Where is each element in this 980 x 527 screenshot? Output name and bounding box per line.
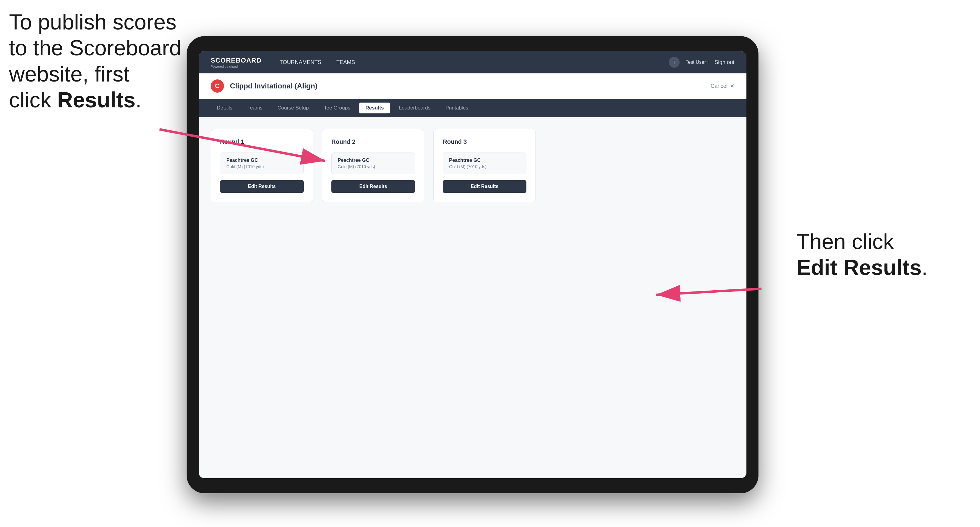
tab-teams[interactable]: Teams	[242, 103, 269, 113]
tablet-frame: SCOREBOARD Powered by clippd TOURNAMENTS…	[187, 36, 759, 493]
tab-printables[interactable]: Printables	[439, 103, 474, 113]
cancel-label: Cancel	[711, 83, 727, 89]
course-details-1: Gold (M) (7010 yds)	[226, 164, 298, 169]
tab-tee-groups[interactable]: Tee Groups	[318, 103, 356, 113]
course-card-2: Peachtree GC Gold (M) (7010 yds)	[331, 152, 415, 174]
annotation-left-line3: website, first	[9, 62, 129, 86]
tournament-icon: C	[211, 79, 224, 93]
cancel-button[interactable]: Cancel ✕	[711, 83, 734, 89]
round-title-3: Round 3	[443, 138, 527, 145]
logo-text: SCOREBOARD	[211, 57, 262, 64]
top-nav: SCOREBOARD Powered by clippd TOURNAMENTS…	[199, 51, 746, 73]
annotation-left-line2: to the Scoreboard	[9, 36, 181, 60]
user-text: Test User |	[686, 60, 708, 65]
logo-area: SCOREBOARD Powered by clippd	[211, 57, 262, 68]
annotation-right: Then click Edit Results.	[796, 229, 971, 281]
annotation-left-suffix: .	[135, 88, 142, 112]
rounds-grid: Round 1 Peachtree GC Gold (M) (7010 yds)…	[211, 129, 734, 202]
tab-details[interactable]: Details	[211, 103, 239, 113]
main-content: Round 1 Peachtree GC Gold (M) (7010 yds)…	[199, 117, 746, 478]
round-title-2: Round 2	[331, 138, 415, 145]
annotation-left-line1: To publish scores	[9, 10, 177, 34]
annotation-right-suffix: .	[922, 256, 928, 279]
nav-tournaments[interactable]: TOURNAMENTS	[280, 59, 321, 65]
annotation-left-prefix: click	[9, 88, 57, 112]
round-card-2: Round 2 Peachtree GC Gold (M) (7010 yds)…	[322, 129, 425, 202]
logo-sub: Powered by clippd	[211, 65, 262, 68]
annotation-left: To publish scores to the Scoreboard webs…	[9, 9, 184, 113]
course-card-3: Peachtree GC Gold (M) (7010 yds)	[443, 152, 527, 174]
round-card-3: Round 3 Peachtree GC Gold (M) (7010 yds)…	[433, 129, 536, 202]
tab-results[interactable]: Results	[360, 103, 390, 113]
course-name-1: Peachtree GC	[226, 158, 298, 163]
tab-leaderboards[interactable]: Leaderboards	[393, 103, 436, 113]
course-card-1: Peachtree GC Gold (M) (7010 yds)	[220, 152, 304, 174]
nav-links: TOURNAMENTS TEAMS	[280, 59, 669, 65]
edit-results-button-3[interactable]: Edit Results	[443, 180, 527, 193]
course-name-2: Peachtree GC	[338, 158, 409, 163]
tab-course-setup[interactable]: Course Setup	[272, 103, 315, 113]
tournament-header: C Clippd Invitational (Align) Cancel ✕	[199, 73, 746, 99]
sign-out-link[interactable]: Sign out	[714, 59, 734, 65]
course-details-3: Gold (M) (7010 yds)	[449, 164, 520, 169]
course-details-2: Gold (M) (7010 yds)	[338, 164, 409, 169]
annotation-left-bold: Results	[57, 88, 135, 112]
annotation-right-line1: Then click	[796, 230, 894, 254]
course-name-3: Peachtree GC	[449, 158, 520, 163]
nav-teams[interactable]: TEAMS	[337, 59, 355, 65]
edit-results-button-1[interactable]: Edit Results	[220, 180, 304, 193]
round-title-1: Round 1	[220, 138, 304, 145]
user-avatar: T	[669, 57, 679, 68]
nav-right: T Test User | Sign out	[669, 57, 734, 68]
annotation-right-bold: Edit Results	[796, 256, 922, 279]
tablet-screen: SCOREBOARD Powered by clippd TOURNAMENTS…	[199, 51, 746, 478]
sub-nav: DetailsTeamsCourse SetupTee GroupsResult…	[199, 99, 746, 117]
tournament-name: Clippd Invitational (Align)	[230, 82, 318, 90]
edit-results-button-2[interactable]: Edit Results	[331, 180, 415, 193]
close-icon: ✕	[730, 83, 734, 89]
tournament-title-area: C Clippd Invitational (Align)	[211, 79, 318, 93]
round-card-1: Round 1 Peachtree GC Gold (M) (7010 yds)…	[211, 129, 313, 202]
